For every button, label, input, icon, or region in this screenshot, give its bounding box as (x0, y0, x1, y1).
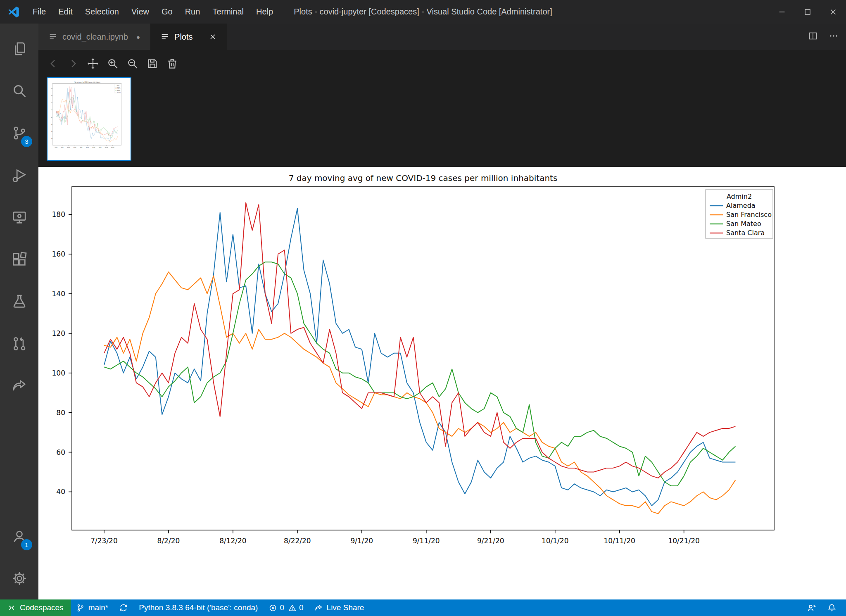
menu-run[interactable]: Run (179, 4, 207, 20)
live-share-status-icon (314, 604, 323, 612)
source-control-icon[interactable]: 3 (0, 112, 38, 154)
menu-edit[interactable]: Edit (52, 4, 78, 20)
svg-text:60: 60 (56, 448, 65, 457)
status-bar: Codespaces main* Python 3.8.3 64-bit ('b… (0, 599, 846, 616)
svg-text:7 day moving avg of new COVID-: 7 day moving avg of new COVID-19 cases p… (289, 173, 558, 183)
svg-text:10/21/20: 10/21/20 (111, 147, 114, 148)
title-bar: File Edit Selection View Go Run Terminal… (0, 0, 846, 24)
next-plot-icon[interactable] (65, 55, 81, 72)
tab-covid-clean-ipynb[interactable]: covid_clean.ipynb ● (38, 24, 150, 50)
menu-file[interactable]: File (26, 4, 52, 20)
svg-text:9/11/20: 9/11/20 (86, 147, 89, 148)
settings-gear-icon[interactable] (0, 557, 38, 599)
menu-help[interactable]: Help (250, 4, 279, 20)
svg-text:180: 180 (52, 210, 65, 219)
plot-thumbnail-chart: 7 day moving avg of new COVID-19 cases p… (50, 80, 128, 158)
split-editor-icon[interactable] (808, 31, 818, 43)
plot-canvas: 7 day moving avg of new COVID-19 cases p… (38, 167, 846, 599)
warnings-count: 0 (299, 603, 304, 612)
svg-text:Alameda: Alameda (117, 86, 120, 88)
svg-text:120: 120 (51, 109, 52, 111)
svg-text:8/22/20: 8/22/20 (284, 537, 311, 545)
svg-text:10/11/20: 10/11/20 (105, 147, 108, 148)
svg-text:San Mateo: San Mateo (726, 220, 761, 228)
svg-text:160: 160 (51, 95, 52, 97)
menu-selection[interactable]: Selection (79, 4, 125, 20)
more-actions-icon[interactable] (829, 31, 839, 43)
warnings-icon (288, 604, 297, 612)
menu-view[interactable]: View (125, 4, 155, 20)
window-title: Plots - covid-jupyter [Codespaces] - Vis… (294, 7, 552, 17)
live-share-status[interactable]: Live Share (309, 599, 370, 616)
svg-text:8/2/20: 8/2/20 (157, 537, 180, 545)
run-and-debug-icon[interactable] (0, 154, 38, 196)
svg-text:100: 100 (52, 369, 65, 377)
tab-bar: covid_clean.ipynb ● Plots (38, 24, 846, 50)
activity-bar: 3 1 (0, 24, 38, 599)
plot-thumbnail[interactable]: 7 day moving avg of new COVID-19 cases p… (47, 77, 131, 161)
errors-count: 0 (280, 603, 284, 612)
sync-icon[interactable] (114, 599, 133, 616)
tab-label: covid_clean.ipynb (62, 32, 128, 42)
svg-text:40: 40 (56, 488, 65, 496)
svg-text:8/12/20: 8/12/20 (219, 537, 247, 545)
svg-text:100: 100 (51, 117, 52, 118)
explorer-icon[interactable] (0, 28, 38, 70)
menu-bar: File Edit Selection View Go Run Terminal… (26, 4, 279, 20)
svg-text:7 day moving avg of new COVID-: 7 day moving avg of new COVID-19 cases p… (74, 81, 100, 83)
testing-beaker-icon[interactable] (0, 281, 38, 323)
svg-text:40: 40 (51, 138, 52, 140)
previous-plot-icon[interactable] (45, 55, 62, 72)
live-share-icon[interactable] (0, 365, 38, 407)
svg-text:9/1/20: 9/1/20 (350, 537, 373, 545)
plots-view: 7 day moving avg of new COVID-19 cases p… (38, 50, 846, 599)
branch-label: main* (88, 603, 109, 612)
notifications-bell-icon[interactable] (822, 599, 842, 616)
pan-icon[interactable] (85, 55, 101, 72)
svg-text:San Francisco: San Francisco (117, 88, 121, 90)
tab-plots[interactable]: Plots (150, 24, 226, 50)
svg-text:San Francisco: San Francisco (726, 211, 772, 219)
remote-label: Codespaces (20, 603, 64, 612)
accounts-badge: 1 (21, 539, 32, 550)
svg-text:Santa Clara: Santa Clara (726, 229, 765, 237)
svg-text:80: 80 (56, 409, 65, 417)
interpreter-label: Python 3.8.3 64-bit ('base': conda) (139, 603, 258, 612)
live-share-label: Live Share (327, 603, 364, 612)
branch-indicator[interactable]: main* (71, 599, 114, 616)
extensions-icon[interactable] (0, 238, 38, 281)
svg-text:9/1/20: 9/1/20 (80, 147, 83, 148)
svg-text:160: 160 (52, 250, 65, 258)
problems-indicator[interactable]: 0 0 (263, 599, 309, 616)
accounts-icon[interactable]: 1 (0, 515, 38, 557)
delete-plot-icon[interactable] (164, 55, 181, 72)
svg-text:Santa Clara: Santa Clara (117, 91, 121, 93)
svg-text:120: 120 (52, 329, 65, 338)
svg-text:60: 60 (51, 131, 52, 133)
svg-text:8/22/20: 8/22/20 (74, 147, 76, 148)
editor-actions (808, 24, 839, 50)
minimize-button[interactable] (769, 0, 795, 24)
svg-text:8/2/20: 8/2/20 (61, 147, 64, 148)
errors-icon (269, 604, 277, 612)
svg-text:Admin2: Admin2 (117, 85, 119, 86)
feedback-icon[interactable] (801, 599, 822, 616)
vscode-window: File Edit Selection View Go Run Terminal… (0, 0, 846, 616)
zoom-out-icon[interactable] (124, 55, 141, 72)
menu-go[interactable]: Go (155, 4, 179, 20)
editor-area: covid_clean.ipynb ● Plots (38, 24, 846, 599)
maximize-button[interactable] (795, 0, 820, 24)
close-button[interactable] (820, 0, 846, 24)
zoom-in-icon[interactable] (105, 55, 121, 72)
python-interpreter[interactable]: Python 3.8.3 64-bit ('base': conda) (133, 599, 263, 616)
svg-text:Alameda: Alameda (726, 202, 756, 209)
svg-text:10/1/20: 10/1/20 (99, 147, 102, 148)
remote-explorer-icon[interactable] (0, 196, 38, 238)
tab-close-icon[interactable] (209, 33, 217, 41)
remote-indicator[interactable]: Codespaces (0, 599, 71, 616)
github-pull-requests-icon[interactable] (0, 323, 38, 365)
svg-text:10/11/20: 10/11/20 (604, 537, 635, 545)
save-plot-icon[interactable] (144, 55, 161, 72)
menu-terminal[interactable]: Terminal (206, 4, 250, 20)
search-icon[interactable] (0, 70, 38, 112)
